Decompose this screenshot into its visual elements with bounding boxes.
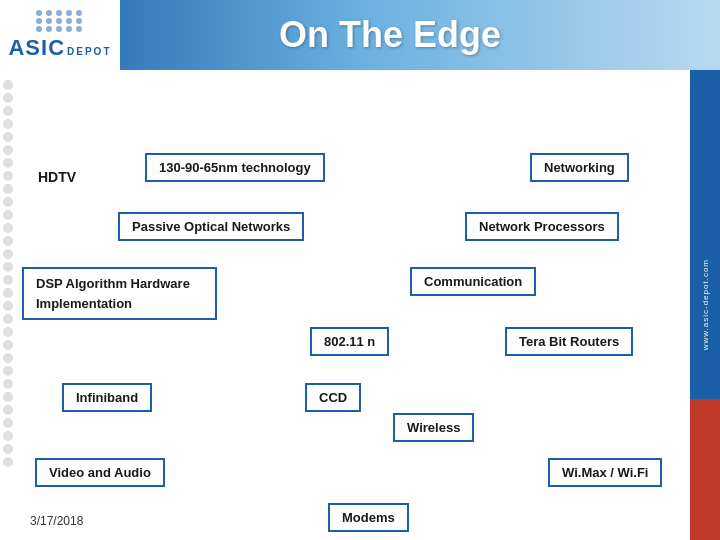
hdtv-tag: HDTV — [30, 165, 84, 189]
date-label: 3/17/2018 — [30, 514, 83, 528]
left-decoration — [0, 70, 18, 540]
ccd-tag: CCD — [305, 383, 361, 412]
page-title: On The Edge — [120, 14, 720, 56]
nm-tech-tag: 130-90-65nm technology — [145, 153, 325, 182]
tera-bit-tag: Tera Bit Routers — [505, 327, 633, 356]
modems-tag: Modems — [328, 503, 409, 532]
network-processors-tag: Network Processors — [465, 212, 619, 241]
video-audio-tag: Video and Audio — [35, 458, 165, 487]
wireless-tag: Wireless — [393, 413, 474, 442]
logo-dots — [36, 10, 84, 32]
logo-area: ASIC DEPOT — [0, 0, 120, 70]
logo-depot: DEPOT — [67, 46, 111, 57]
right-decoration: www.asic-depot.com — [690, 70, 720, 540]
80211n-tag: 802.11 n — [310, 327, 389, 356]
main-content: www.asic-depot.com HDTV 130-90-65nm tech… — [0, 70, 720, 540]
passive-optical-tag: Passive Optical Networks — [118, 212, 304, 241]
infiniband-tag: Infiniband — [62, 383, 152, 412]
side-url: www.asic-depot.com — [701, 259, 710, 350]
logo-asic: ASIC — [8, 35, 65, 61]
networking-tag: Networking — [530, 153, 629, 182]
communication-tag: Communication — [410, 267, 536, 296]
dsp-tag: DSP Algorithm HardwareImplementation — [22, 267, 217, 320]
page-header: ASIC DEPOT On The Edge — [0, 0, 720, 70]
wimax-tag: Wi.Max / Wi.Fi — [548, 458, 662, 487]
